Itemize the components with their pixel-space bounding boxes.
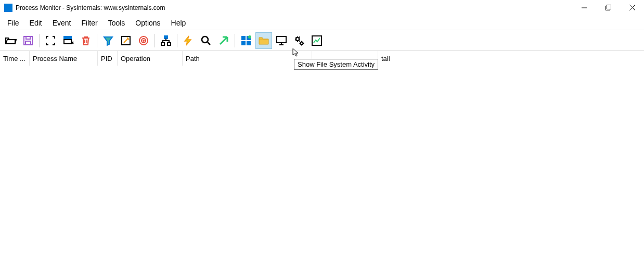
- column-path[interactable]: Path: [183, 51, 312, 66]
- svg-rect-22: [247, 41, 251, 45]
- svg-rect-8: [25, 41, 31, 45]
- toolbar-separator: [177, 34, 177, 47]
- svg-rect-21: [241, 41, 246, 45]
- app-icon: [4, 4, 12, 12]
- highlight-button[interactable]: [118, 32, 134, 49]
- menu-help[interactable]: Help: [166, 17, 191, 29]
- open-button[interactable]: [2, 32, 19, 49]
- autoscroll-icon: [62, 34, 74, 47]
- svg-rect-17: [168, 43, 171, 45]
- toolbar-separator: [154, 34, 155, 47]
- close-button[interactable]: [620, 0, 644, 16]
- close-icon: [629, 5, 635, 10]
- highlight-icon: [120, 34, 132, 47]
- window-title: Process Monitor - Sysinternals: www.sysi…: [16, 4, 572, 11]
- tree-icon: [160, 34, 172, 47]
- menu-event[interactable]: Event: [47, 17, 76, 29]
- svg-point-26: [301, 42, 303, 44]
- column-detail[interactable]: tail: [378, 51, 430, 66]
- autoscroll-button[interactable]: [60, 32, 76, 49]
- svg-rect-15: [164, 36, 168, 39]
- filter-button[interactable]: [100, 32, 117, 49]
- folder-icon: [257, 34, 270, 47]
- show-process-button[interactable]: [291, 32, 307, 49]
- tooltip: Show File System Activity: [294, 59, 378, 70]
- capture-icon: [44, 34, 57, 47]
- svg-point-14: [143, 40, 144, 41]
- menu-tools[interactable]: Tools: [103, 17, 131, 29]
- window-controls: [572, 0, 644, 16]
- include-button[interactable]: [135, 32, 152, 49]
- show-filesystem-button[interactable]: [255, 32, 272, 49]
- svg-rect-24: [277, 36, 286, 43]
- chart-icon: [311, 34, 323, 47]
- maximize-button[interactable]: [596, 0, 620, 16]
- svg-rect-7: [26, 36, 30, 39]
- toolbar-separator: [39, 34, 40, 47]
- find-button[interactable]: [198, 32, 214, 49]
- gears-icon: [293, 34, 305, 47]
- save-icon: [22, 34, 34, 47]
- search-icon: [200, 34, 212, 47]
- toolbar: [0, 30, 644, 51]
- maximize-icon: [606, 5, 611, 10]
- menu-bar: File Edit Event Filter Tools Options Hel…: [0, 16, 644, 30]
- process-tree-button[interactable]: [158, 32, 174, 49]
- column-time[interactable]: Time ...: [0, 51, 30, 66]
- event-properties-button[interactable]: [180, 32, 197, 49]
- minimize-icon: [582, 5, 587, 10]
- registry-icon: [240, 34, 252, 47]
- title-bar: Process Monitor - Sysinternals: www.sysi…: [0, 0, 644, 16]
- funnel-icon: [102, 34, 114, 47]
- minimize-button[interactable]: [572, 0, 596, 16]
- target-icon: [137, 34, 150, 47]
- svg-rect-2: [607, 5, 611, 9]
- monitor-icon: [275, 34, 288, 47]
- bolt-icon: [182, 34, 195, 47]
- column-process-name[interactable]: Process Name: [30, 51, 98, 66]
- save-button[interactable]: [20, 32, 36, 49]
- capture-button[interactable]: [42, 32, 59, 49]
- toolbar-separator: [235, 34, 235, 47]
- menu-edit[interactable]: Edit: [24, 17, 47, 29]
- menu-options[interactable]: Options: [130, 17, 165, 29]
- open-folder-icon: [4, 34, 17, 47]
- svg-rect-16: [161, 43, 164, 45]
- toolbar-separator: [97, 34, 97, 47]
- jump-button[interactable]: [215, 32, 232, 49]
- show-profiling-button[interactable]: [308, 32, 325, 49]
- menu-file[interactable]: File: [2, 17, 24, 29]
- svg-rect-10: [64, 40, 71, 44]
- svg-rect-19: [241, 36, 246, 40]
- menu-filter[interactable]: Filter: [76, 17, 103, 29]
- trash-icon: [80, 34, 92, 47]
- column-operation[interactable]: Operation: [118, 51, 183, 66]
- svg-point-23: [248, 35, 251, 39]
- svg-point-18: [202, 36, 208, 43]
- show-network-button[interactable]: [273, 32, 290, 49]
- show-registry-button[interactable]: [238, 32, 254, 49]
- arrow-up-right-icon: [217, 34, 230, 47]
- column-pid[interactable]: PID: [98, 51, 118, 66]
- clear-button[interactable]: [78, 32, 94, 49]
